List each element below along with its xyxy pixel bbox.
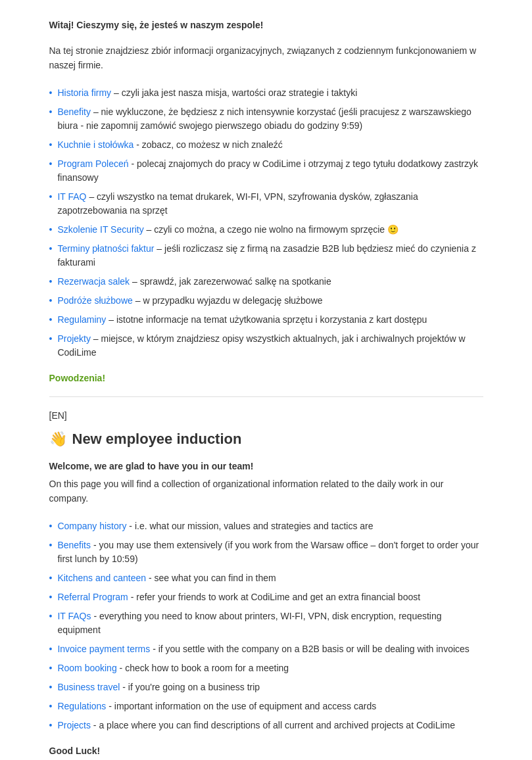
- list-item: Program Poleceń - polecaj znajomych do p…: [49, 157, 483, 185]
- polish-section: Witaj! Cieszymy się, że jesteś w naszym …: [49, 20, 483, 383]
- list-item-desc: – nie wykluczone, że będziesz z nich int…: [57, 107, 472, 131]
- list-item-desc: - if you settle with the company on a B2…: [150, 644, 470, 654]
- kuchnie-link[interactable]: Kuchnie i stołówka: [57, 139, 133, 150]
- benefity-link[interactable]: Benefity: [57, 107, 91, 117]
- list-item: Szkolenie IT Security – czyli co można, …: [49, 223, 483, 237]
- list-item-desc: – istotne informacje na temat użytkowani…: [106, 314, 427, 325]
- list-item: Historia firmy – czyli jaka jest nasza m…: [49, 86, 483, 100]
- list-item-desc: - see what you can find in them: [146, 573, 276, 583]
- podroze-sluzb-link[interactable]: Podróże służbowe: [57, 295, 132, 306]
- list-item-desc: - check how to book a room for a meeting: [117, 663, 289, 673]
- list-item-desc: - a place where you can find description…: [91, 720, 455, 730]
- it-faqs-link[interactable]: IT FAQs: [57, 611, 91, 621]
- business-travel-link[interactable]: Business travel: [57, 682, 120, 692]
- program-polecen-link[interactable]: Program Poleceń: [57, 158, 128, 169]
- historia-firmy-link[interactable]: Historia firmy: [57, 87, 111, 98]
- english-welcome: Welcome, we are glad to have you in our …: [49, 461, 483, 471]
- szkolenie-it-link[interactable]: Szkolenie IT Security: [57, 224, 143, 235]
- list-item: IT FAQ – czyli wszystko na temat drukare…: [49, 190, 483, 218]
- it-faq-link[interactable]: IT FAQ: [57, 191, 86, 202]
- rezerwacja-salek-link[interactable]: Rezerwacja salek: [57, 276, 130, 287]
- list-item: Rezerwacja salek – sprawdź, jak zarezerw…: [49, 275, 483, 289]
- invoice-payment-link[interactable]: Invoice payment terms: [57, 644, 150, 654]
- list-item: Kitchens and canteen - see what you can …: [49, 571, 483, 585]
- list-item: Podróże służbowe – w przypadku wyjazdu w…: [49, 294, 483, 308]
- section-title-text: New employee induction: [72, 431, 242, 448]
- list-item-desc: – czyli wszystko na temat drukarek, WI-F…: [57, 191, 418, 216]
- benefits-en-link[interactable]: Benefits: [57, 540, 91, 550]
- list-item-desc: – w przypadku wyjazdu w delegację służbo…: [133, 295, 323, 306]
- list-item: Terminy płatności faktur – jeśli rozlicz…: [49, 242, 483, 270]
- projects-en-link[interactable]: Projects: [57, 720, 91, 730]
- list-item: Benefits - you may use them extensively …: [49, 538, 483, 566]
- projekty-pl-link[interactable]: Projekty: [57, 333, 91, 344]
- english-list: Company history - i.e. what our mission,…: [49, 519, 483, 732]
- polish-intro: Na tej stronie znajdziesz zbiór informac…: [49, 43, 483, 73]
- list-item-desc: – czyli jaka jest nasza misja, wartości …: [111, 87, 357, 98]
- list-item: Room booking - check how to book a room …: [49, 661, 483, 675]
- list-item: Business travel - if you're going on a b…: [49, 680, 483, 694]
- english-intro: On this page you will find a collection …: [49, 477, 483, 506]
- section-divider: [49, 396, 483, 397]
- terminy-platnosci-link[interactable]: Terminy płatności faktur: [57, 243, 154, 254]
- list-item: Regulations - important information on t…: [49, 700, 483, 713]
- list-item-desc: – sprawdź, jak zarezerwować salkę na spo…: [130, 276, 331, 287]
- company-history-link[interactable]: Company history: [57, 521, 126, 531]
- page-container: Witaj! Cieszymy się, że jesteś w naszym …: [36, 0, 496, 760]
- kitchens-canteen-link[interactable]: Kitchens and canteen: [57, 573, 146, 583]
- english-good-luck: Good Luck!: [49, 746, 483, 756]
- list-item-desc: - zobacz, co możesz w nich znaleźć: [133, 139, 282, 150]
- polish-good-luck: Powodzenia!: [49, 373, 483, 383]
- list-item: Kuchnie i stołówka - zobacz, co możesz w…: [49, 138, 483, 152]
- list-item: Projekty – miejsce, w którym znajdziesz …: [49, 332, 483, 360]
- list-item-desc: – miejsce, w którym znajdziesz opisy wsz…: [57, 333, 465, 358]
- referral-program-link[interactable]: Referral Program: [57, 592, 128, 602]
- regulations-link[interactable]: Regulations: [57, 701, 106, 711]
- list-item-desc: - you may use them extensively (if you w…: [57, 540, 479, 564]
- regulaminy-link[interactable]: Regulaminy: [57, 314, 106, 325]
- list-item: Regulaminy – istotne informacje na temat…: [49, 313, 483, 327]
- list-item: Projects - a place where you can find de…: [49, 719, 483, 732]
- list-item-desc: - i.e. what our mission, values and stra…: [126, 521, 373, 531]
- list-item-desc: - refer your friends to work at CodiLime…: [128, 592, 420, 602]
- english-section: [EN] 👋 New employee induction Welcome, w…: [49, 410, 483, 756]
- list-item: IT FAQs - everything you need to know ab…: [49, 609, 483, 637]
- list-item-desc: - if you're going on a business trip: [120, 682, 260, 692]
- list-item: Invoice payment terms - if you settle wi…: [49, 642, 483, 656]
- list-item: Benefity – nie wykluczone, że będziesz z…: [49, 105, 483, 133]
- polish-list: Historia firmy – czyli jaka jest nasza m…: [49, 86, 483, 360]
- section-title: 👋 New employee induction: [49, 431, 483, 448]
- list-item: Company history - i.e. what our mission,…: [49, 519, 483, 533]
- list-item: Referral Program - refer your friends to…: [49, 590, 483, 604]
- list-item-desc: - important information on the use of eq…: [106, 701, 376, 711]
- room-booking-link[interactable]: Room booking: [57, 663, 116, 673]
- wave-emoji: 👋: [49, 431, 67, 448]
- polish-greeting: Witaj! Cieszymy się, że jesteś w naszym …: [49, 20, 483, 30]
- list-item-desc: – czyli co można, a czego nie wolno na f…: [144, 224, 399, 235]
- en-tag: [EN]: [49, 410, 483, 421]
- list-item-desc: - everything you need to know about prin…: [57, 611, 441, 635]
